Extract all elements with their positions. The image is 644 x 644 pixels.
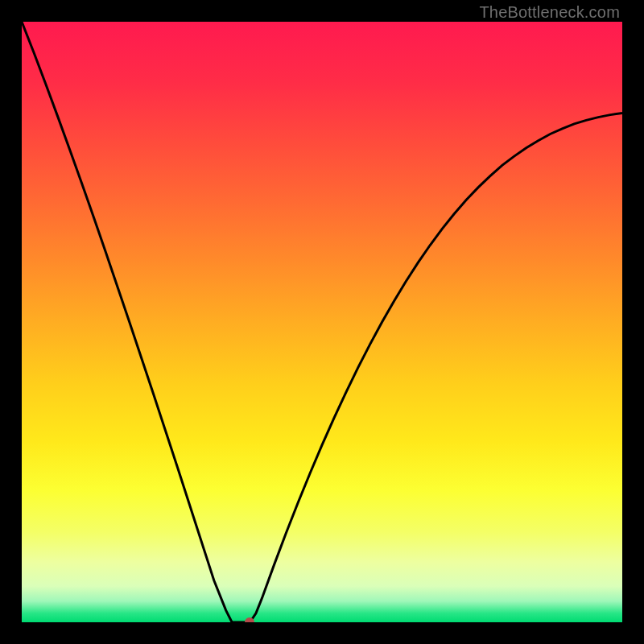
heat-gradient bbox=[22, 22, 622, 622]
optimal-point-marker bbox=[245, 617, 254, 622]
chart-frame: TheBottleneck.com bbox=[0, 0, 644, 644]
watermark-text: TheBottleneck.com bbox=[479, 3, 620, 22]
svg-rect-0 bbox=[22, 22, 622, 622]
plot-area bbox=[22, 22, 622, 622]
